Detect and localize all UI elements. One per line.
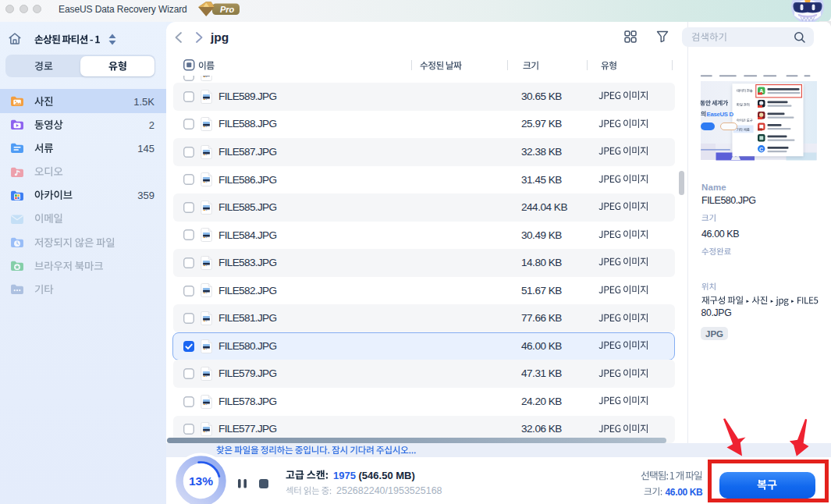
svg-text:Pro: Pro — [220, 5, 235, 14]
svg-text:13%: 13% — [189, 474, 213, 488]
svg-text:C: C — [759, 147, 763, 152]
